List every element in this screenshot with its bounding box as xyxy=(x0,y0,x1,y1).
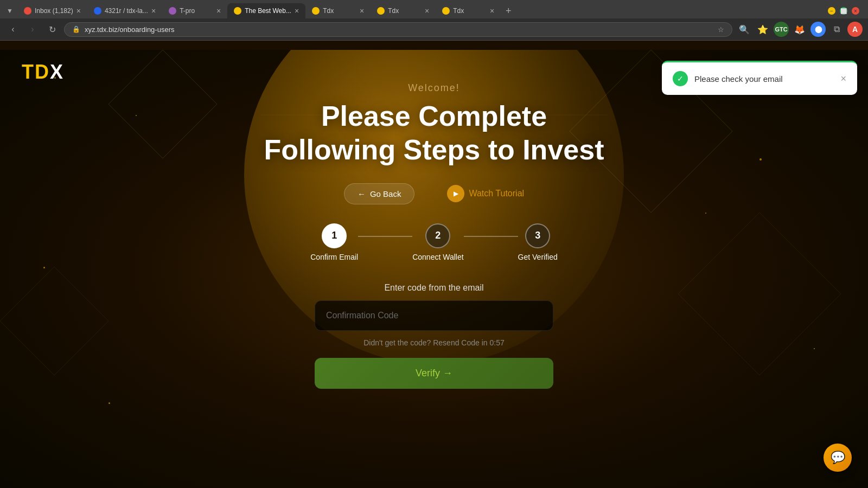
step-2-number: 2 xyxy=(435,230,441,241)
tab-active[interactable]: The Best Web... × xyxy=(227,3,305,18)
tab-label-tdx4: Tdx xyxy=(453,7,487,15)
step-1-number: 1 xyxy=(331,230,337,241)
resend-code-text: Didn't get the code? Resend Code in 0:57 xyxy=(363,338,505,347)
tab-tpro[interactable]: T-pro × xyxy=(162,3,227,18)
back-nav-button[interactable]: ‹ xyxy=(5,22,21,37)
profile-avatar[interactable]: A xyxy=(847,22,863,37)
form-area: Enter code from the email Didn't get the… xyxy=(315,283,553,389)
chat-support-button[interactable]: 💬 xyxy=(824,444,852,472)
step-2[interactable]: 2 Connect Wallet xyxy=(412,223,463,261)
play-icon: ▶ xyxy=(447,185,464,202)
tab-label-gmail: Inbox (1,182) xyxy=(35,7,73,15)
bookmark-icon[interactable]: ☆ xyxy=(718,25,724,34)
tab-label-active: The Best Web... xyxy=(245,7,291,15)
page-background: TDX Welcome! Please Complete Following S… xyxy=(0,50,868,488)
tab-label-tdx1: 4321r / tdx-la... xyxy=(105,7,148,15)
tab-close-tpro[interactable]: × xyxy=(216,7,221,15)
active-tab-icon xyxy=(234,7,241,15)
gmail-icon xyxy=(24,7,31,15)
tab-close-gmail[interactable]: × xyxy=(76,7,81,15)
lock-icon: 🔒 xyxy=(72,25,80,33)
tdx4-icon xyxy=(442,7,450,15)
tab-close-tdx2[interactable]: × xyxy=(360,7,364,15)
welcome-text: Welcome! xyxy=(408,82,460,94)
address-bar-row: ‹ › ↻ 🔒 xyz.tdx.biz/onboarding-users ☆ 🔍… xyxy=(0,18,868,40)
tdx2-icon xyxy=(312,7,320,15)
watch-tutorial-button[interactable]: ▶ Watch Tutorial xyxy=(447,185,524,202)
watch-tutorial-label: Watch Tutorial xyxy=(469,189,524,198)
address-bar[interactable]: 🔒 xyz.tdx.biz/onboarding-users ☆ xyxy=(64,22,732,37)
back-arrow-icon: ← xyxy=(358,189,366,198)
step-2-circle: 2 xyxy=(425,223,450,248)
tab-tdx1[interactable]: 4321r / tdx-la... × xyxy=(87,3,162,18)
tab-close-active[interactable]: × xyxy=(295,7,299,15)
tab-close-tdx3[interactable]: × xyxy=(425,7,429,15)
content-area: Welcome! Please Complete Following Steps… xyxy=(0,50,868,488)
browser-chrome: ▼ Inbox (1,182) × 4321r / tdx-la... × T-… xyxy=(0,0,868,41)
tab-close-tdx4[interactable]: × xyxy=(490,7,494,15)
verify-label: Verify → xyxy=(416,368,452,379)
tab-close-tdx1[interactable]: × xyxy=(151,7,156,15)
extensions-icon[interactable]: ⧉ xyxy=(829,22,844,37)
tab-tdx4[interactable]: Tdx × xyxy=(436,3,501,18)
maximize-button[interactable]: ⬜ xyxy=(840,7,847,15)
refresh-button[interactable]: ↻ xyxy=(44,22,60,37)
bookmark-star-icon[interactable]: ⭐ xyxy=(755,22,770,37)
main-title: Please Complete Following Steps to Inves… xyxy=(264,99,604,167)
metamask-icon[interactable]: 🦊 xyxy=(792,22,807,37)
tab-tdx3[interactable]: Tdx × xyxy=(371,3,436,18)
tab-label-tdx3: Tdx xyxy=(388,7,422,15)
go-back-label: Go Back xyxy=(370,189,401,198)
go-back-button[interactable]: ← Go Back xyxy=(344,183,415,204)
tab-dropdown[interactable]: ▼ xyxy=(4,4,15,17)
step-3-circle: 3 xyxy=(525,223,550,248)
confirmation-code-input[interactable] xyxy=(315,300,553,331)
window-controls: − ⬜ × xyxy=(828,7,864,15)
step-3-label: Get Verified xyxy=(518,253,558,261)
tab-label-tpro: T-pro xyxy=(180,7,213,15)
tpro-icon xyxy=(169,7,176,15)
title-line2: Following Steps to Invest xyxy=(264,134,604,165)
step-connector-2 xyxy=(464,236,518,237)
step-2-label: Connect Wallet xyxy=(412,253,463,261)
title-line1: Please Complete xyxy=(321,100,547,132)
search-icon[interactable]: 🔍 xyxy=(737,22,752,37)
gtc-icon[interactable]: GTC xyxy=(774,22,789,37)
steps-row: 1 Confirm Email 2 Connect Wallet 3 Get V… xyxy=(310,223,557,261)
step-1-label: Confirm Email xyxy=(310,253,358,261)
tdx3-icon xyxy=(377,7,385,15)
action-row: ← Go Back ▶ Watch Tutorial xyxy=(344,183,524,204)
step-3[interactable]: 3 Get Verified xyxy=(518,223,558,261)
extension1-icon[interactable]: ⬤ xyxy=(810,22,826,37)
notification-check-icon: ✓ xyxy=(673,71,688,86)
enter-code-label: Enter code from the email xyxy=(384,283,483,293)
chat-icon: 💬 xyxy=(831,451,845,465)
notification-close-button[interactable]: × xyxy=(840,74,846,84)
close-window-button[interactable]: × xyxy=(852,7,859,15)
tab-gmail[interactable]: Inbox (1,182) × xyxy=(17,3,87,18)
tdx1-icon xyxy=(94,7,101,15)
minimize-button[interactable]: − xyxy=(828,7,835,15)
step-1[interactable]: 1 Confirm Email xyxy=(310,223,358,261)
new-tab-button[interactable]: + xyxy=(501,3,516,18)
url-text: xyz.tdx.biz/onboarding-users xyxy=(85,25,713,34)
tab-tdx2[interactable]: Tdx × xyxy=(305,3,371,18)
tab-label-tdx2: Tdx xyxy=(323,7,356,15)
forward-nav-button[interactable]: › xyxy=(25,22,40,37)
notification-text: Please check your email xyxy=(694,74,834,84)
toolbar-icons: 🔍 ⭐ GTC 🦊 ⬤ ⧉ A xyxy=(737,22,863,37)
verify-button[interactable]: Verify → xyxy=(315,358,553,389)
notification-toast: ✓ Please check your email × xyxy=(662,61,857,95)
step-1-circle: 1 xyxy=(322,223,347,248)
step-3-number: 3 xyxy=(535,230,540,241)
step-connector-1 xyxy=(358,236,412,237)
